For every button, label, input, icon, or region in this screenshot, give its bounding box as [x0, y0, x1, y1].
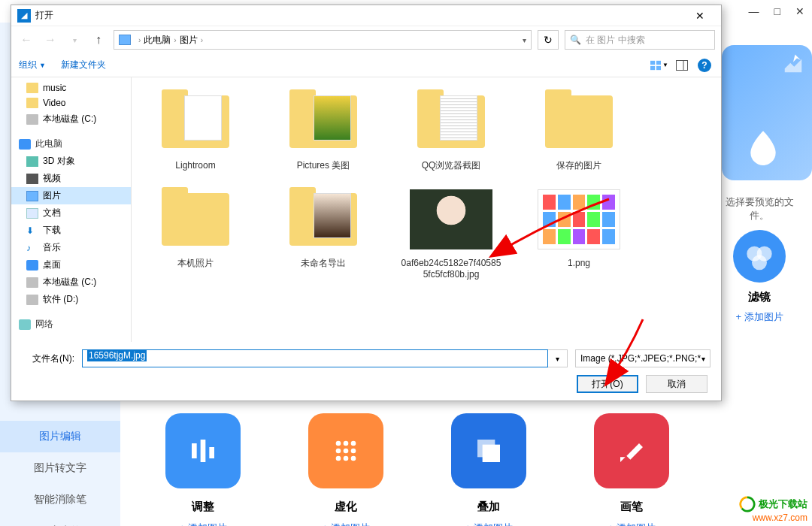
- location-icon: [119, 35, 131, 45]
- filter-add-link[interactable]: 添加图片: [722, 310, 797, 324]
- filter-icon[interactable]: [733, 230, 786, 283]
- file-grid[interactable]: Lightroom Pictures 美图 QQ浏览器截图 保存的图片 本机照片…: [132, 77, 721, 342]
- tree-item-music2[interactable]: ♪音乐: [11, 239, 131, 256]
- tree-item-music[interactable]: music: [11, 80, 131, 95]
- card-title: 虚化: [286, 500, 406, 514]
- bg-minimize-button[interactable]: —: [749, 5, 759, 17]
- bg-maximize-button[interactable]: □: [774, 5, 780, 17]
- address-dropdown-icon[interactable]: ▾: [523, 36, 526, 44]
- cancel-button[interactable]: 取消: [646, 375, 707, 393]
- svg-point-16: [752, 255, 767, 270]
- app-icon: ◢: [17, 9, 31, 23]
- filetype-filter[interactable]: Image (*.JPG;*.JPEG;*.PNG;*.I ▾: [575, 349, 710, 367]
- nav-recent-dropdown[interactable]: ▾: [65, 31, 83, 49]
- organize-menu[interactable]: 组织▼: [19, 59, 46, 71]
- file-image-face[interactable]: 0af6eb24c5182e7f40585 5fc5fcf80b.jpg: [395, 183, 508, 284]
- tree-item-videos[interactable]: 视频: [11, 170, 131, 187]
- sidebar-item-edit[interactable]: 图片编辑: [0, 421, 120, 452]
- tree-item-video[interactable]: Video: [11, 95, 131, 110]
- file-folder-pictures[interactable]: Pictures 美图: [267, 85, 380, 175]
- card-adjust[interactable]: 调整 添加图片: [143, 413, 263, 526]
- search-icon: 🔍: [570, 35, 581, 45]
- search-placeholder: 在 图片 中搜索: [586, 34, 645, 47]
- card-add-link[interactable]: 添加图片: [286, 521, 406, 526]
- svg-rect-19: [650, 65, 655, 69]
- card-add-link[interactable]: 添加图片: [143, 521, 263, 526]
- tree-item-diskc[interactable]: 本地磁盘 (C:): [11, 110, 131, 128]
- chevron-right-icon: ›: [174, 36, 176, 44]
- tree-item-pictures[interactable]: 图片: [11, 187, 131, 204]
- dialog-toolbar: 组织▼ 新建文件夹 ▼ ?: [11, 53, 721, 77]
- tree-item-thispc[interactable]: 此电脑: [11, 135, 131, 153]
- svg-rect-1: [201, 440, 206, 462]
- svg-rect-20: [656, 65, 661, 69]
- dialog-title: 打开: [35, 9, 685, 22]
- svg-point-4: [344, 441, 349, 446]
- tree-item-diskd[interactable]: 软件 (D:): [11, 291, 131, 308]
- sidebar-item-ocr[interactable]: 图片转文字: [0, 452, 120, 484]
- svg-rect-17: [650, 60, 655, 64]
- dialog-nav: ← → ▾ ↑ › 此电脑 › 图片 › ▾ ↻ 🔍 在 图片 中搜索: [11, 26, 721, 53]
- filename-label: 文件名(N):: [22, 352, 74, 365]
- card-add-link[interactable]: 添加图片: [571, 521, 692, 526]
- svg-point-7: [344, 449, 349, 454]
- svg-point-6: [336, 449, 341, 454]
- right-panel: 选择要预览的文件。 滤镜 添加图片: [707, 30, 812, 339]
- nav-back-button[interactable]: ←: [17, 31, 35, 49]
- sidebar-item-mosaic[interactable]: 马赛克笔: [0, 515, 120, 526]
- card-title: 叠加: [429, 500, 549, 514]
- filename-input[interactable]: 16596tjgM.jpg: [82, 349, 548, 367]
- svg-point-11: [351, 456, 356, 461]
- svg-rect-18: [656, 60, 661, 64]
- preview-pane-button[interactable]: [673, 56, 691, 74]
- bg-close-button[interactable]: ✕: [795, 5, 804, 17]
- chevron-right-icon: ›: [201, 36, 203, 44]
- nav-up-button[interactable]: ↑: [89, 31, 108, 49]
- dialog-footer: 文件名(N): 16596tjgM.jpg ▾ Image (*.JPG;*.J…: [11, 342, 721, 401]
- file-folder-lightroom[interactable]: Lightroom: [139, 85, 252, 175]
- file-folder-unnamed[interactable]: 未命名导出: [267, 183, 380, 284]
- svg-point-5: [351, 441, 356, 446]
- card-overlay[interactable]: 叠加 添加图片: [429, 413, 549, 526]
- refresh-button[interactable]: ↻: [538, 30, 559, 50]
- svg-point-8: [351, 449, 356, 454]
- breadcrumb-root[interactable]: 此电脑: [144, 34, 171, 47]
- tree-item-diskc2[interactable]: 本地磁盘 (C:): [11, 274, 131, 291]
- card-add-link[interactable]: 添加图片: [429, 521, 549, 526]
- view-mode-button[interactable]: ▼: [650, 56, 668, 74]
- card-title: 调整: [143, 500, 263, 514]
- help-icon: ?: [698, 59, 711, 72]
- dialog-titlebar: ◢ 打开 ✕: [11, 5, 721, 26]
- chevron-right-icon: ›: [138, 36, 141, 44]
- address-bar[interactable]: › 此电脑 › 图片 › ▾: [114, 30, 532, 50]
- svg-rect-0: [192, 443, 197, 458]
- tree-item-documents[interactable]: 文档: [11, 204, 131, 222]
- file-open-dialog: ◢ 打开 ✕ ← → ▾ ↑ › 此电脑 › 图片 › ▾ ↻ 🔍 在 图片 中…: [11, 5, 722, 401]
- tree-item-network[interactable]: 网络: [11, 316, 131, 333]
- preview-thumbnail: [722, 45, 812, 180]
- new-folder-button[interactable]: 新建文件夹: [61, 59, 106, 71]
- tree-item-desktop[interactable]: 桌面: [11, 256, 131, 274]
- chevron-down-icon: ▾: [701, 355, 705, 363]
- tree-item-3d[interactable]: 3D 对象: [11, 153, 131, 170]
- folder-tree[interactable]: music Video 本地磁盘 (C:) 此电脑 3D 对象 视频 图片 文档…: [11, 77, 132, 342]
- card-brush[interactable]: 画笔 添加图片: [571, 413, 692, 526]
- file-image-1png[interactable]: 1.png: [523, 183, 635, 284]
- open-button[interactable]: 打开(O): [577, 375, 638, 393]
- svg-point-9: [336, 456, 341, 461]
- search-input[interactable]: 🔍 在 图片 中搜索: [565, 30, 715, 50]
- card-title: 画笔: [571, 500, 692, 514]
- svg-rect-21: [677, 60, 688, 70]
- help-button[interactable]: ?: [695, 56, 714, 74]
- file-folder-qqbrowser[interactable]: QQ浏览器截图: [395, 85, 508, 175]
- card-blur[interactable]: 虚化 添加图片: [286, 413, 406, 526]
- filename-dropdown[interactable]: ▾: [548, 349, 568, 367]
- watermark: 极光下载站 www.xz7.com: [739, 496, 807, 523]
- dialog-close-button[interactable]: ✕: [685, 10, 715, 22]
- tree-item-downloads[interactable]: ⬇下载: [11, 222, 131, 239]
- filter-label: 滤镜: [722, 290, 797, 304]
- sidebar-item-erase[interactable]: 智能消除笔: [0, 484, 120, 515]
- file-folder-localphotos[interactable]: 本机照片: [139, 183, 252, 284]
- breadcrumb-folder[interactable]: 图片: [180, 34, 198, 47]
- file-folder-saved[interactable]: 保存的图片: [523, 85, 635, 175]
